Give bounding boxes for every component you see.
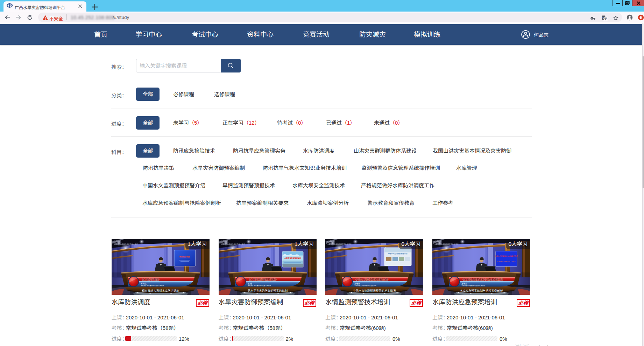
- svg-text:中国水利水电科学研究院技术支持: 中国水利水电科学研究院技术支持: [327, 243, 352, 245]
- svg-text:水库防洪调度: 水库防洪调度: [179, 256, 190, 258]
- svg-text:水库应急预案编制与抢险案例剖析: 水库应急预案编制与抢险案例剖析: [460, 289, 503, 292]
- svg-text:水利部水文情报预报中心主任极高: 水利部水文情报预报中心主任极高: [354, 285, 376, 286]
- svg-text:广西水利: 广西水利: [327, 240, 335, 242]
- svg-text:文: 文: [604, 18, 607, 21]
- svg-text:水旱灾害应急预案培训 下 万维斌: 水旱灾害应急预案培训 下 万维斌: [497, 261, 516, 262]
- svg-text:中国水利水电科学研究院技术支持: 中国水利水电科学研究院技术支持: [114, 243, 138, 245]
- svg-text:《水库应急预案编制与抢险案例剖析》: 《水库应急预案编制与抢险案例剖析》: [461, 278, 504, 281]
- svg-text:广西水利: 广西水利: [434, 240, 442, 242]
- svg-text:中国水文监测预报预警介绍: 中国水文监测预报预警介绍: [388, 253, 408, 255]
- svg-text:孙春鹏: 孙春鹏: [354, 283, 360, 285]
- svg-text:《中国水文监测预报预警介绍》: 《中国水文监测预报预警介绍》: [354, 278, 390, 281]
- svg-text:中国水利水电科学研究院技术支持: 中国水利水电科学研究院技术支持: [221, 243, 245, 245]
- svg-text:中国水利水电科学研究院技术支持: 中国水利水电科学研究院技术支持: [434, 243, 459, 245]
- svg-text:现在我给大家讲水库防洪调度: 现在我给大家讲水库防洪调度: [142, 289, 179, 292]
- svg-text:万海斌: 万海斌: [141, 283, 147, 285]
- svg-text:水利部水旱灾害防御司督察专员极高: 水利部水旱灾害防御司督察专员极高: [461, 285, 485, 286]
- svg-text:水库应急预案编制与抢险案例剖析: 水库应急预案编制与抢险案例剖析: [495, 255, 518, 257]
- svg-text:广西水利: 广西水利: [221, 240, 228, 242]
- svg-text:万维斌: 万维斌: [461, 283, 467, 285]
- svg-text:王 翔: 王 翔: [248, 283, 252, 285]
- svg-text:《水库防洪调度》: 《水库防洪调度》: [141, 278, 161, 281]
- svg-text:广西水利: 广西水利: [114, 240, 121, 242]
- svg-text:是水旱灾害的防御的预案的编制: 是水旱灾害的防御的预案的编制: [247, 289, 288, 292]
- svg-text:《水旱灾害防御预案编制》: 《水旱灾害防御预案编制》: [248, 278, 278, 281]
- svg-text:水利部水旱灾害防御司信息专员极高: 水利部水旱灾害防御司信息专员极高: [248, 285, 271, 286]
- svg-text:中国水文监测预报预警的基本情况: 中国水文监测预报预警的基本情况: [353, 289, 396, 292]
- svg-text:水利部水旱灾害防御司督察专员极高: 水利部水旱灾害防御司督察专员极高: [141, 285, 164, 286]
- svg-text:水旱灾害防御预案编制: 水旱灾害防御预案编制: [284, 257, 301, 259]
